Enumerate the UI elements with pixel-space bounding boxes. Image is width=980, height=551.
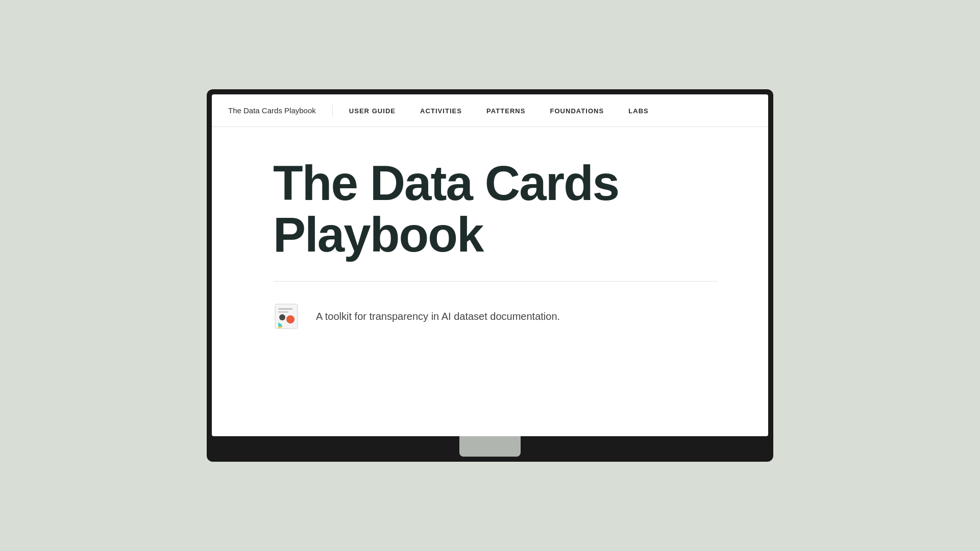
nav-links: USER GUIDE ACTIVITIES PATTERNS FOUNDATIO… xyxy=(349,106,649,115)
nav-link-foundations[interactable]: FOUNDATIONS xyxy=(550,107,604,115)
nav-item-activities[interactable]: ACTIVITIES xyxy=(420,106,462,115)
browser-window: The Data Cards Playbook USER GUIDE ACTIV… xyxy=(212,94,768,436)
hero-title-line1: The Data Cards xyxy=(273,156,619,210)
svg-point-3 xyxy=(286,315,295,323)
svg-point-4 xyxy=(279,314,285,320)
hero-subtitle-row: A toolkit for transparency in AI dataset… xyxy=(273,300,717,333)
hero-title: The Data Cards Playbook xyxy=(273,158,717,261)
site-logo[interactable]: The Data Cards Playbook xyxy=(228,106,316,115)
nav-item-labs[interactable]: LABS xyxy=(628,106,649,115)
monitor-stand xyxy=(459,436,521,457)
main-content: The Data Cards Playbook xyxy=(212,127,768,436)
nav-item-foundations[interactable]: FOUNDATIONS xyxy=(550,106,604,115)
hero-subtitle: A toolkit for transparency in AI dataset… xyxy=(316,309,560,323)
svg-rect-2 xyxy=(278,311,288,313)
nav-item-user-guide[interactable]: USER GUIDE xyxy=(349,106,396,115)
hero-divider xyxy=(273,281,717,282)
nav-link-patterns[interactable]: PATTERNS xyxy=(486,107,525,115)
svg-rect-1 xyxy=(278,308,292,310)
nav-link-labs[interactable]: LABS xyxy=(628,107,649,115)
hero-title-line2: Playbook xyxy=(273,207,483,262)
nav-link-activities[interactable]: ACTIVITIES xyxy=(420,107,462,115)
nav-divider xyxy=(332,105,333,117)
monitor: The Data Cards Playbook USER GUIDE ACTIV… xyxy=(207,89,773,462)
nav-item-patterns[interactable]: PATTERNS xyxy=(486,106,525,115)
data-cards-icon xyxy=(273,300,306,333)
navigation: The Data Cards Playbook USER GUIDE ACTIV… xyxy=(212,94,768,127)
nav-link-user-guide[interactable]: USER GUIDE xyxy=(349,107,396,115)
